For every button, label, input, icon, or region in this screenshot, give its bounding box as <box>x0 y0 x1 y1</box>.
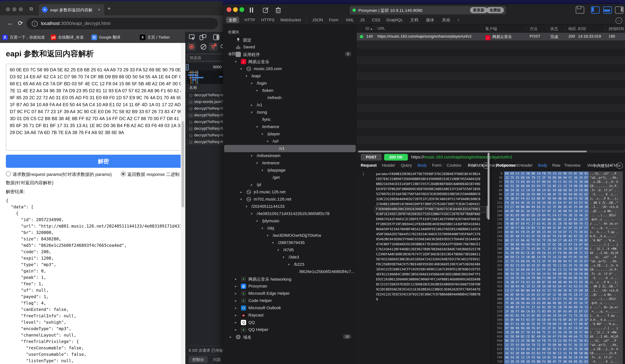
sidebar-item-Saved[interactable]: Saved <box>223 43 357 51</box>
devices-icon[interactable] <box>576 6 584 14</box>
sidebar-item--song[interactable]: ▾/song <box>223 109 357 116</box>
record-network-icon[interactable] <box>187 43 196 51</box>
response-tab-webview[interactable]: Webview <box>587 163 604 168</box>
column-header-0[interactable]: ID ▴ <box>366 26 373 31</box>
filter-tab-JSON[interactable]: JSON <box>310 17 325 23</box>
filter-tab-Form[interactable]: Form <box>326 17 341 23</box>
table-hscroll-thumb[interactable] <box>358 151 587 152</box>
toggle-bottom-panel-icon[interactable] <box>603 6 612 14</box>
sidebar-item--v1[interactable]: ▸/v1 <box>223 101 357 109</box>
response-scrollbar-thumb[interactable] <box>488 153 490 220</box>
chevron-down-icon[interactable]: ▾ <box>240 197 242 201</box>
response-tab-header[interactable]: Header <box>519 163 532 168</box>
bookmark-item[interactable]: yd在线翻译_有道 <box>51 34 84 41</box>
column-header-1[interactable]: URL <box>377 26 385 31</box>
sidebar-item-Microsoft-Edge-Helper[interactable]: ▸▮Microsoft Edge Helper <box>223 290 357 297</box>
bookmark-item[interactable]: GGoogle 翻译 <box>92 34 121 41</box>
sidebar-item--4e083109171d431422b1fc36658f2c78[interactable]: ▾/4e083109171d431422b1fc36658f2c78 <box>223 210 357 217</box>
chevron-down-icon[interactable]: ▾ <box>251 110 252 114</box>
browser-tab[interactable]: × eapi 参数和返回内容解析 × <box>39 4 104 15</box>
filter-tab-其他[interactable]: 其他 <box>439 17 453 23</box>
tab-close-icon[interactable]: × <box>98 7 100 12</box>
sidebar-item-Code-Helper[interactable]: ▸▮Code Helper <box>223 297 357 304</box>
sidebar-item------[interactable]: ▾♪网易云音乐 <box>223 58 357 65</box>
column-header-6[interactable]: 时间 <box>578 26 586 31</box>
request-tab-raw[interactable]: Raw <box>468 163 476 168</box>
request-tab-query[interactable]: Query <box>401 163 412 168</box>
sidebar-item--lyric[interactable]: /lyric <box>223 116 357 123</box>
filter-tabs-overflow-icon[interactable]: › <box>455 17 462 23</box>
network-filter-input[interactable]: 筛选器 <box>187 54 229 61</box>
chevron-down-icon[interactable]: ▾ <box>246 74 247 78</box>
clear-network-icon[interactable] <box>200 43 207 50</box>
response-hex-viewer[interactable]: 0B0 E8 C3 25 5B BD 14 FB 75 33 22 0D F5 … <box>492 171 625 364</box>
chevron-down-icon[interactable]: ▾ <box>256 125 258 129</box>
request-tab-form[interactable]: Form <box>432 163 441 168</box>
chevron-right-icon[interactable]: ▸ <box>235 284 237 288</box>
window-minimize-button[interactable] <box>233 7 238 12</box>
response-binary-radio[interactable] <box>121 171 126 177</box>
sidebar-item--wo3DlMOGwrbDjj7DisKw[interactable]: ▾/wo3DlMOGwrbDjj7DisKw <box>223 232 357 239</box>
network-request-row[interactable]: {;}decrypt?isReq=tr <box>186 92 223 98</box>
chevron-down-icon[interactable]: ▾ <box>251 81 252 85</box>
name-column-header[interactable]: 名称 <box>186 84 223 91</box>
chevron-right-icon[interactable]: ▸ <box>235 299 237 303</box>
chevron-down-icon[interactable]: ▾ <box>240 67 242 71</box>
response-tab-html[interactable]: HTML <box>608 163 619 168</box>
filter-tab-HTTPS[interactable]: HTTPS <box>259 17 277 23</box>
sidebar-item-m701-music-126-net[interactable]: ▾m701.music.126.net <box>223 196 357 203</box>
column-header-5[interactable]: 响应... <box>568 26 579 31</box>
column-header-7[interactable]: 持续时间 <box>609 26 624 31</box>
request-params-radio[interactable] <box>6 171 11 177</box>
chevron-right-icon[interactable]: ▸ <box>240 190 242 194</box>
compose-request-icon[interactable] <box>262 7 269 13</box>
free-version-badge[interactable]: 免费版 <box>486 7 504 13</box>
sidebar-item--3de3[interactable]: ▾/3de3 <box>223 254 357 261</box>
chevron-down-icon[interactable]: ▾ <box>235 60 237 63</box>
sidebar-item--refresh[interactable]: /refresh <box>223 94 357 101</box>
pause-capture-icon[interactable] <box>249 7 254 13</box>
chevron-down-icon[interactable]: ▾ <box>251 154 252 158</box>
bookmark-item[interactable]: X主页 / Twitter <box>140 34 170 41</box>
network-waterfall-overview[interactable] <box>187 70 223 84</box>
url-text[interactable]: localhost:3000/eapi_decrypt.html <box>41 21 110 26</box>
chevron-down-icon[interactable]: ▾ <box>261 132 263 136</box>
clear-session-icon[interactable] <box>275 7 281 14</box>
response-tab-raw[interactable]: Raw <box>552 163 560 168</box>
hex-input-textarea[interactable]: 60 0E E0 7C 58 99 DA 5E 82 25 E8 6B 25 6… <box>6 64 181 151</box>
filter-icon[interactable]: ✕ <box>209 43 218 51</box>
dock-side-icon[interactable] <box>213 34 220 41</box>
sidebar-item--v1[interactable]: /v1 <box>224 145 356 152</box>
sidebar-item-music-163-com[interactable]: ▾music.163.com <box>223 65 357 72</box>
sidebar-item--url[interactable]: ▾/url <box>223 138 357 145</box>
sidebar-item--eapi[interactable]: ▾/eapi <box>223 72 357 80</box>
new-tab-button[interactable]: + <box>107 5 111 12</box>
sidebar-item---[interactable]: ▸域名16 <box>223 333 357 341</box>
request-tab-body[interactable]: Body <box>418 163 427 168</box>
sidebar-item-Raycast[interactable]: ▸◆Raycast <box>223 312 357 319</box>
tab-group-icon[interactable]: ⧉ <box>30 6 33 12</box>
decrypt-button[interactable]: 解密 <box>6 155 181 168</box>
chevron-down-icon[interactable]: ▾ <box>256 219 258 223</box>
console-tab[interactable]: 控制台 <box>189 356 208 363</box>
sidebar-item--playpage[interactable]: ▾/playpage <box>223 167 357 174</box>
filter-tab-媒体[interactable]: 媒体 <box>424 17 437 23</box>
network-request-row[interactable]: {;}decrypt?isReq=fa <box>186 119 223 125</box>
sidebar-item--20240511144133[interactable]: ▾/20240511144133 <box>223 203 357 210</box>
inspect-icon[interactable] <box>189 34 195 41</box>
network-request-row[interactable]: {;}decrypt?isReq=tr <box>186 132 223 139</box>
sidebar-item--b223[interactable]: ▾/b223 <box>223 261 357 268</box>
chevron-down-icon[interactable]: ▾ <box>230 52 231 56</box>
chevron-right-icon[interactable]: ▸ <box>235 277 237 281</box>
chevron-down-icon[interactable]: ▾ <box>267 139 268 143</box>
network-request-row[interactable]: {;}decrypt?isReq=fa <box>186 105 223 112</box>
chevron-down-icon[interactable]: ▾ <box>246 205 247 209</box>
chevron-right-icon[interactable]: ▸ <box>235 321 237 324</box>
network-request-row[interactable]: {;}decrypt?isReq=fa <box>186 112 223 119</box>
issues-tab[interactable]: 问题 <box>213 357 221 362</box>
window-close-button[interactable] <box>6 7 10 11</box>
sidebar-item--mlivestream[interactable]: ▾/mlivestream <box>223 152 357 159</box>
network-request-row[interactable]: {;}decrypt?isReq=fa <box>186 125 223 132</box>
page-scrollbar[interactable] <box>181 43 185 364</box>
sidebar-item--pl[interactable]: ▸/pl <box>223 181 357 188</box>
